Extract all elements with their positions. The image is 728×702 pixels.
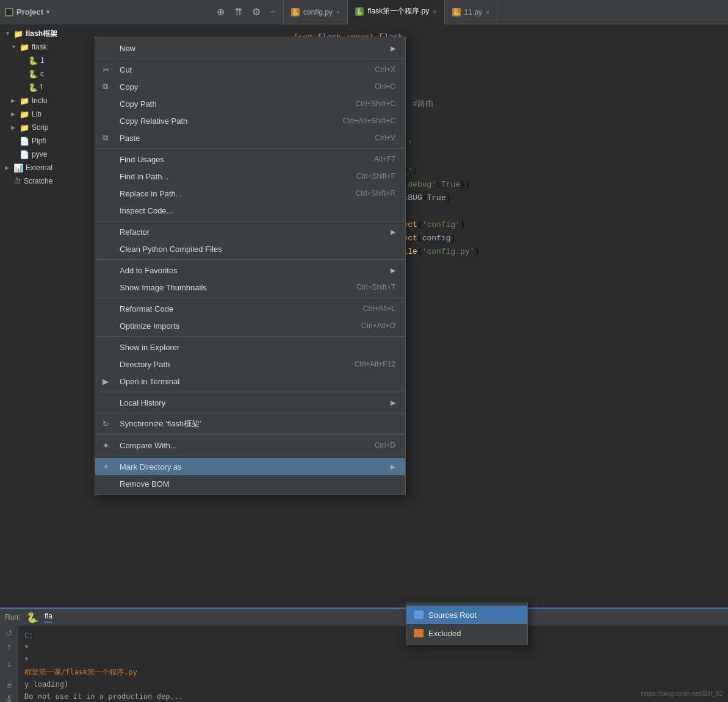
- project-tree: ▼ 📁 flash框架 ▼ 📁 flask 🐍 1 🐍 c 🐍 f ▶ 📁 In…: [0, 24, 98, 607]
- run-up-btn[interactable]: ↑: [2, 642, 16, 651]
- tree-scrip[interactable]: ▶ 📁 Scrip: [0, 121, 98, 134]
- menu-mark-dir-label: Mark Directory as: [120, 462, 391, 471]
- 1-icon: 🐍: [28, 56, 38, 65]
- menu-replace-path[interactable]: Replace in Path... Ctrl+Shift+R: [95, 185, 405, 202]
- menu-terminal-label: Open in Terminal: [120, 377, 395, 386]
- sep-3: [95, 221, 405, 221]
- menu-new[interactable]: New ▶: [95, 40, 405, 57]
- tree-pyve[interactable]: 📄 pyve: [0, 148, 98, 161]
- config-tab-close[interactable]: ×: [336, 9, 340, 16]
- run-label: Run:: [5, 613, 20, 621]
- menu-favorites-label: Add to Favorites: [120, 266, 391, 275]
- menu-find-path[interactable]: Find in Path... Ctrl+Shift+F: [95, 168, 405, 185]
- project-title[interactable]: Project ▾: [5, 7, 49, 16]
- settings-icon[interactable]: ⚙: [250, 5, 263, 19]
- menu-refactor[interactable]: Refactor ▶: [95, 223, 405, 240]
- menu-dir-path[interactable]: Directory Path Ctrl+Alt+F12: [95, 356, 405, 373]
- run-controls: ↺ ↑ ↓ ≡ ⇩ 📌 🖨: [0, 626, 18, 702]
- tab-flask[interactable]: 🐍 flask第一个程序.py ×: [348, 0, 444, 24]
- menu-reformat[interactable]: Reformat Code Ctrl+Alt+L: [95, 300, 405, 317]
- sources-root-icon: [414, 611, 423, 619]
- run-line-3: *: [24, 654, 722, 666]
- 11-tab-close[interactable]: ×: [486, 9, 489, 16]
- menu-clean[interactable]: Clean Python Compiled Files: [95, 240, 405, 257]
- menu-terminal[interactable]: ▶ Open in Terminal: [95, 373, 405, 390]
- flask-arrow: ▼: [11, 44, 17, 50]
- tree-f[interactable]: 🐍 f: [0, 81, 98, 94]
- menu-show-explorer-label: Show in Explorer: [120, 343, 395, 352]
- menu-remove-bom[interactable]: Remove BOM: [95, 475, 405, 492]
- add-icon[interactable]: ⊕: [214, 5, 227, 19]
- menu-optimize[interactable]: Optimize Imports Ctrl+Alt+O: [95, 317, 405, 334]
- tree-external[interactable]: ▶ 📊 External: [0, 161, 98, 174]
- menu-find-path-label: Find in Path...: [120, 172, 332, 181]
- menu-optimize-label: Optimize Imports: [120, 321, 337, 331]
- tree-c[interactable]: 🐍 c: [0, 67, 98, 81]
- tree-1[interactable]: 🐍 1: [0, 54, 98, 67]
- menu-favorites[interactable]: Add to Favorites ▶: [95, 262, 405, 279]
- run-content: C: * * 框架第一课/flask第一个程序.py y loading) Do…: [18, 626, 728, 702]
- menu-sync[interactable]: ↻ Synchronize 'flash框架': [95, 415, 405, 432]
- favorites-submenu-arrow: ▶: [391, 267, 395, 274]
- project-icon: [5, 8, 13, 16]
- menu-compare-label: Compare With...: [120, 441, 350, 450]
- tree-flask[interactable]: ▼ 📁 flask: [0, 40, 98, 54]
- menu-replace-path-label: Replace in Path...: [120, 189, 331, 198]
- submenu-excluded[interactable]: Excluded: [406, 624, 527, 642]
- sep-2: [95, 148, 405, 149]
- run-wrap-btn[interactable]: ≡: [2, 681, 16, 690]
- root-folder-icon: 📁: [13, 29, 23, 38]
- tree-inclu[interactable]: ▶ 📁 Inclu: [0, 94, 98, 107]
- f-icon: 🐍: [28, 83, 38, 92]
- run-scroll-btn[interactable]: ⇩: [2, 694, 16, 702]
- paste-shortcut: Ctrl+V: [375, 134, 395, 142]
- run-tab[interactable]: fla: [45, 612, 52, 623]
- menu-copy[interactable]: ⧉ Copy Ctrl+C: [95, 78, 405, 95]
- sep-8: [95, 413, 405, 414]
- tab-11[interactable]: 🐍 11.py ×: [445, 0, 498, 24]
- menu-copy-path[interactable]: Copy Path Ctrl+Shift+C: [95, 95, 405, 112]
- 1-label: 1: [40, 56, 45, 65]
- mark-dir-submenu-arrow: ▶: [391, 463, 395, 471]
- terminal-icon: ▶: [103, 377, 109, 386]
- menu-inspect-label: Inspect Code...: [120, 206, 395, 215]
- 11-tab-icon: 🐍: [452, 8, 461, 16]
- menu-compare[interactable]: ✦ Compare With... Ctrl+D: [95, 437, 405, 454]
- menu-find-usages[interactable]: Find Usages Alt+F7: [95, 151, 405, 168]
- tab-config[interactable]: 🐍 config.py ×: [284, 0, 348, 24]
- tree-scratch[interactable]: ⏱ Scratche: [0, 174, 98, 188]
- tree-root[interactable]: ▼ 📁 flash框架: [0, 27, 98, 40]
- project-label: Project: [16, 7, 43, 16]
- menu-inspect[interactable]: Inspect Code...: [95, 202, 405, 219]
- compare-shortcut: Ctrl+D: [375, 441, 395, 449]
- 11-tab-label: 11.py: [464, 8, 482, 16]
- project-panel-header: Project ▾ ⊕ ⇈ ⚙ −: [0, 0, 284, 24]
- flask-tab-label: flask第一个程序.py: [367, 6, 429, 16]
- menu-show-explorer[interactable]: Show in Explorer: [95, 338, 405, 356]
- flask-tab-close[interactable]: ×: [433, 8, 436, 15]
- menu-thumbnails-label: Show Image Thumbnails: [120, 283, 332, 292]
- collapse-icon[interactable]: ⇈: [232, 5, 245, 19]
- run-icon: 🐍: [26, 612, 38, 623]
- pyve-label: pyve: [32, 150, 47, 159]
- menu-reformat-label: Reformat Code: [120, 304, 339, 313]
- run-line-4: 框架第一课/flask第一个程序.py: [24, 666, 722, 678]
- tree-pipfi[interactable]: 📄 Pipfi: [0, 134, 98, 148]
- run-down-btn[interactable]: ↓: [2, 659, 16, 668]
- lib-icon: 📁: [20, 110, 29, 119]
- inclu-label: Inclu: [32, 96, 47, 105]
- submenu-sources-root[interactable]: Sources Root: [406, 606, 527, 624]
- menu-cut[interactable]: ✂ Cut Ctrl+X: [95, 61, 405, 78]
- menu-mark-dir[interactable]: ✦ Mark Directory as ▶: [95, 458, 405, 475]
- minimize-icon[interactable]: −: [268, 5, 278, 19]
- run-restart-btn[interactable]: ↺: [2, 628, 16, 638]
- menu-paste[interactable]: ⧉ Paste Ctrl+V: [95, 129, 405, 146]
- copy-icon: ⧉: [103, 82, 108, 91]
- menu-thumbnails[interactable]: Show Image Thumbnails Ctrl+Shift+T: [95, 279, 405, 296]
- menu-history[interactable]: Local History ▶: [95, 394, 405, 411]
- menu-copy-relative[interactable]: Copy Relative Path Ctrl+Alt+Shift+C: [95, 112, 405, 129]
- external-arrow: ▶: [5, 165, 11, 171]
- reformat-shortcut: Ctrl+Alt+L: [363, 304, 395, 313]
- tree-lib[interactable]: ▶ 📁 Lib: [0, 107, 98, 121]
- optimize-shortcut: Ctrl+Alt+O: [361, 321, 395, 330]
